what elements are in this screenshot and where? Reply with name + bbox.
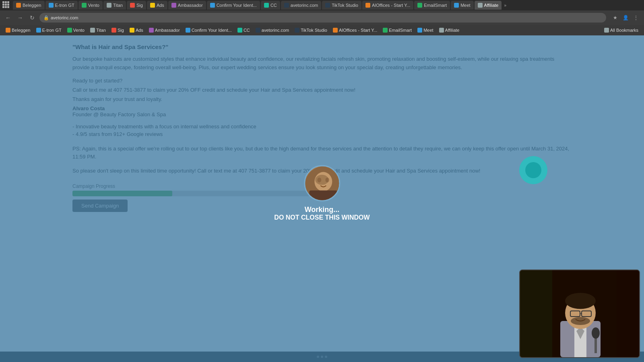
bookmark-favicon [90, 28, 95, 33]
working-title: Working... [274, 206, 369, 214]
bookmark-ads[interactable]: Ads [127, 26, 146, 34]
bookmark-beleggen[interactable]: Beleggen [3, 26, 33, 34]
tab-favicon [264, 3, 269, 8]
avatar [304, 165, 340, 202]
video-pip-inner [520, 270, 639, 357]
bookmark-e-tron-gt[interactable]: E-tron GT [34, 26, 64, 34]
bookmark-titan[interactable]: Titan [88, 26, 108, 34]
tab-bar: BeleggenE-tron GTVentoTitanSigAdsAmbassa… [0, 0, 644, 10]
working-modal: Working... DO NOT CLOSE THIS WINDOW [274, 165, 369, 221]
svg-rect-17 [617, 269, 640, 357]
tab-favicon [417, 3, 422, 8]
tab-ads[interactable]: Ads [147, 1, 167, 10]
tab-favicon [130, 3, 135, 8]
bookmark-favicon [36, 28, 41, 33]
tab-confirm-your-ident...[interactable]: Confirm Your Ident... [207, 1, 260, 10]
forward-button[interactable]: → [15, 13, 25, 23]
bookmark-emailsmart[interactable]: EmailSmart [380, 26, 414, 34]
bookmark-vento[interactable]: Vento [65, 26, 87, 34]
extension-button[interactable]: ★ [610, 13, 620, 23]
bookmark-favicon [130, 28, 134, 33]
tab-favicon [49, 3, 54, 8]
bookmark-favicon [417, 28, 422, 33]
video-pip[interactable] [519, 269, 640, 358]
svg-point-16 [592, 327, 600, 339]
tab-favicon [82, 3, 87, 8]
bookmark-favicon [6, 28, 10, 33]
bookmark-favicon [237, 28, 242, 33]
bookmark-ambassador[interactable]: Ambassador [147, 26, 182, 34]
tab-affiliate[interactable]: Affiliate [475, 1, 502, 10]
bookmark-aioffices---start-y...[interactable]: AIOffices - Start Y... [330, 26, 380, 34]
bookmark-sig[interactable]: Sig [109, 26, 126, 34]
working-text: Working... DO NOT CLOSE THIS WINDOW [274, 206, 369, 221]
svg-rect-4 [309, 191, 337, 202]
tab-beleggen[interactable]: Beleggen [13, 1, 45, 10]
more-tabs-button[interactable]: » [502, 2, 508, 8]
tab-favicon [365, 3, 370, 8]
tab-avetorinc.com[interactable]: avetorinc.com [281, 1, 321, 10]
all-bookmarks-item[interactable]: All Bookmarks [602, 26, 641, 34]
tab-favicon [16, 3, 21, 8]
tab-cc[interactable]: CC [261, 1, 280, 10]
refresh-button[interactable]: ↻ [27, 13, 37, 23]
profile-button[interactable]: 👤 [621, 13, 630, 23]
bookmark-favicon [111, 28, 116, 33]
svg-rect-18 [520, 269, 552, 357]
tab-favicon [150, 3, 155, 8]
bookmark-favicon [186, 28, 190, 33]
tab-aioffices---start-y...[interactable]: AIOffices - Start Y... [362, 1, 413, 10]
svg-point-2 [317, 178, 321, 183]
avatar-face [305, 167, 339, 200]
bookmark-cc[interactable]: CC [235, 26, 252, 34]
browser-content: "What is Hair and Spa Services?" Our bes… [0, 35, 644, 362]
bookmark-favicon [383, 28, 388, 33]
browser-chrome: BeleggenE-tron GTVentoTitanSigAdsAmbassa… [0, 0, 644, 25]
bookmark-avetorinc.com[interactable]: avetorinc.com [253, 26, 291, 34]
bookmarks-bar: BeleggenE-tron GTVentoTitanSigAdsAmbassa… [0, 25, 644, 35]
bookmark-tiktok-studio[interactable]: TikTok Studio [292, 26, 330, 34]
bookmark-favicon [149, 28, 154, 33]
bookmark-favicon [256, 28, 260, 33]
tab-favicon [107, 3, 111, 8]
browser-toolbar: ← → ↻ 🔒 avetorinc.com ★ 👤 ⋮ [0, 10, 644, 25]
tab-sig[interactable]: Sig [127, 1, 146, 10]
extensions-area: ★ 👤 ⋮ [610, 13, 641, 23]
tab-emailsmart[interactable]: EmailSmart [414, 1, 450, 10]
bookmark-favicon [333, 28, 338, 33]
svg-point-3 [325, 178, 329, 183]
tab-favicon [325, 3, 330, 8]
bookmark-favicon [439, 28, 444, 33]
back-button[interactable]: ← [3, 13, 13, 23]
spinner-circle [519, 156, 547, 184]
svg-point-1 [314, 172, 332, 191]
address-bar[interactable]: 🔒 avetorinc.com [39, 13, 606, 23]
tab-favicon [171, 3, 176, 8]
working-subtitle: DO NOT CLOSE THIS WINDOW [274, 214, 369, 221]
svg-point-10 [565, 293, 596, 309]
bookmark-confirm-your-ident...[interactable]: Confirm Your Ident... [183, 26, 234, 34]
bookmark-favicon [67, 28, 72, 33]
tab-favicon [454, 3, 459, 8]
apps-icon[interactable] [2, 1, 10, 9]
tab-titan[interactable]: Titan [103, 1, 126, 10]
tab-favicon [210, 3, 215, 8]
menu-button[interactable]: ⋮ [631, 13, 641, 23]
svg-point-14 [571, 317, 590, 325]
tab-meet[interactable]: Meet [451, 1, 473, 10]
tab-ambassador[interactable]: Ambassador [168, 1, 206, 10]
tab-tiktok-studio[interactable]: TikTok Studio [322, 1, 361, 10]
tab-vento[interactable]: Vento [78, 1, 103, 10]
tab-favicon [478, 3, 483, 8]
tab-e-tron-gt[interactable]: E-tron GT [45, 1, 78, 10]
spinner-inner [525, 162, 541, 178]
bookmark-meet[interactable]: Meet [415, 26, 436, 34]
tab-favicon [284, 3, 289, 8]
bookmark-favicon [295, 28, 299, 33]
bookmark-affiliate[interactable]: Affiliate [437, 26, 462, 34]
